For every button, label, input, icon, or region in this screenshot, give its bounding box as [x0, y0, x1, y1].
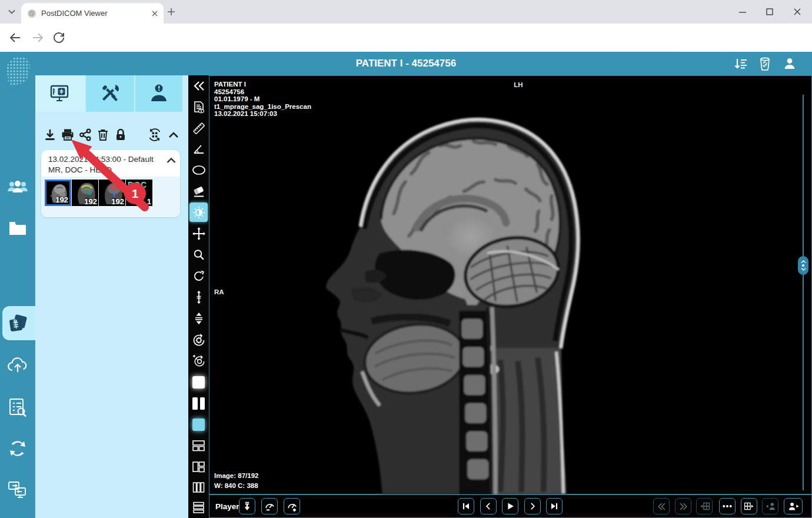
more-series-icon[interactable]: [719, 498, 736, 514]
layout-3col-icon[interactable]: [188, 477, 209, 497]
back-icon[interactable]: [8, 31, 22, 45]
window-close-icon[interactable]: [790, 5, 804, 19]
prev-image-icon[interactable]: [480, 498, 497, 514]
layout-3row-icon[interactable]: [188, 497, 209, 517]
stack-slider-track[interactable]: [803, 95, 804, 490]
patients-group-icon[interactable]: [0, 172, 35, 202]
play-icon[interactable]: [502, 498, 518, 514]
player-bar: Player: [209, 494, 812, 518]
player-label: Player: [215, 502, 239, 511]
stack-slider-handle[interactable]: [798, 256, 808, 275]
prev-study-icon[interactable]: [653, 498, 670, 514]
next-patient-icon[interactable]: [784, 498, 803, 514]
tab-list-chevron-icon[interactable]: [5, 5, 19, 18]
reload-icon[interactable]: [52, 31, 66, 45]
study-collapse-icon[interactable]: [166, 157, 177, 164]
remote-view-icon[interactable]: [0, 474, 35, 505]
tab-title: PostDICOM Viewer: [41, 9, 152, 18]
delete-icon[interactable]: [94, 126, 112, 144]
window-level-icon[interactable]: [189, 202, 208, 222]
patient-info-tab-icon[interactable]: [135, 75, 182, 112]
layout-1x2-icon[interactable]: [188, 393, 209, 413]
series-count: 192: [55, 195, 68, 204]
collapse-panel-icon[interactable]: [165, 126, 182, 144]
cycle-series-icon[interactable]: [146, 126, 164, 144]
study-modality: MR, DOC - HEAD: [48, 165, 160, 175]
browser-tab[interactable]: PostDICOM Viewer: [21, 3, 164, 24]
maximize-icon[interactable]: [763, 5, 777, 19]
prev-series-layout-icon[interactable]: [696, 498, 713, 514]
ruler-icon[interactable]: [188, 118, 209, 138]
share-icon[interactable]: [76, 126, 94, 144]
order-search-icon[interactable]: [0, 392, 35, 423]
stack-scroll-icon[interactable]: [188, 287, 209, 307]
minimize-icon[interactable]: [736, 7, 750, 16]
series-count: 1: [147, 197, 151, 206]
sort-list-icon[interactable]: [733, 57, 748, 71]
next-series-layout-icon[interactable]: [741, 498, 757, 514]
orientation-top-label: LH: [507, 81, 530, 89]
next-study-icon[interactable]: [675, 498, 691, 514]
collapse-viewer-panel-icon[interactable]: [188, 76, 209, 96]
new-tab-icon[interactable]: [167, 7, 176, 16]
tab-close-icon[interactable]: [152, 11, 158, 16]
rotate-icon[interactable]: [188, 266, 209, 286]
first-image-icon[interactable]: [458, 498, 474, 514]
folders-icon[interactable]: [0, 213, 35, 244]
download-icon[interactable]: [41, 126, 59, 144]
image-counter: Image: 87/192: [214, 472, 258, 480]
image-viewport[interactable]: PATIENT I 45254756 01.01.1979 - M t1_mpr…: [209, 75, 812, 494]
forward-icon[interactable]: [31, 31, 45, 45]
auto-window-icon[interactable]: [188, 351, 209, 371]
angle-icon[interactable]: [188, 139, 209, 159]
series-thumbnail-overlay-color[interactable]: 192: [72, 180, 98, 206]
browser-tab-strip: PostDICOM Viewer: [0, 0, 812, 24]
brain-favicon: [27, 9, 36, 18]
patient-title: PATIENT I - 45254756: [0, 58, 812, 69]
mri-sagittal-image: [293, 97, 728, 494]
orientation-left-label: RA: [214, 288, 224, 296]
study-header: 13.02.2021 14:53:00 - Default MR, DOC - …: [48, 154, 160, 175]
browser-toolbar: unitedstateswest.postdicom.com/Viewer/Ma…: [0, 24, 812, 52]
layout-1x1-icon[interactable]: [188, 372, 209, 392]
reset-view-icon[interactable]: [188, 330, 209, 350]
sync-exchange-icon[interactable]: [0, 433, 35, 464]
series-thumbnail-overlay-red[interactable]: 192: [99, 180, 125, 206]
cloud-upload-icon[interactable]: [0, 350, 35, 380]
brain-logo: [4, 54, 32, 88]
speed-up-icon[interactable]: [284, 498, 300, 514]
study-datetime: 13.02.2021 14:53:00 - Default: [48, 154, 160, 165]
prev-patient-icon[interactable]: [762, 498, 778, 514]
nav-sidebar: [0, 52, 35, 518]
series-thumbnail-mri[interactable]: 192: [45, 180, 71, 206]
report-view-icon[interactable]: [188, 97, 209, 117]
layout-grid-top-icon[interactable]: [188, 436, 209, 456]
last-image-icon[interactable]: [546, 498, 563, 514]
layout-grid-left-icon[interactable]: [188, 457, 209, 477]
recycle-bin-icon[interactable]: [758, 56, 772, 71]
next-image-icon[interactable]: [524, 498, 541, 514]
app-header: PATIENT I - 45254756 postDICOM: [0, 52, 812, 75]
layout-current-icon[interactable]: [188, 414, 209, 434]
tools-tab-icon[interactable]: [86, 75, 134, 112]
print-icon[interactable]: [59, 126, 76, 144]
pan-icon[interactable]: [188, 224, 209, 244]
speed-down-icon[interactable]: [261, 498, 278, 514]
stack-sort-icon[interactable]: [188, 308, 209, 328]
account-icon[interactable]: [783, 57, 797, 71]
annotation-step-badge: 1: [124, 182, 146, 204]
cine-download-icon[interactable]: [239, 498, 255, 514]
eraser-icon[interactable]: [188, 181, 209, 201]
viewer-screen-tab-icon[interactable]: [35, 75, 85, 112]
window-level-readout: W: 840 C: 388: [214, 482, 258, 490]
ellipse-roi-icon[interactable]: [188, 160, 209, 180]
zoom-tool-icon[interactable]: [188, 245, 209, 265]
lock-icon[interactable]: [112, 126, 129, 144]
series-count: 192: [84, 197, 97, 206]
series-count: 192: [111, 197, 124, 206]
